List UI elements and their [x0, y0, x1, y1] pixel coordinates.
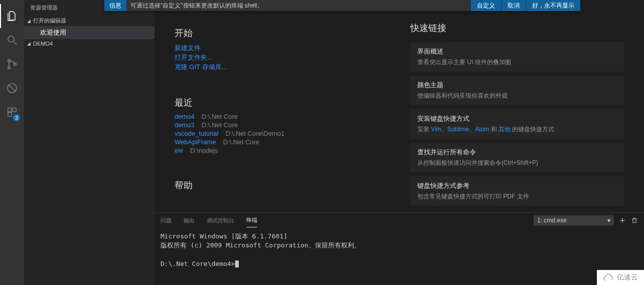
- panel-tabs: 问题 输出 调试控制台 终端 1: cmd.exe▾: [154, 213, 644, 228]
- activity-search[interactable]: [0, 28, 24, 52]
- svg-rect-8: [13, 108, 16, 112]
- folder-name-label: DEMO4: [33, 41, 53, 47]
- link-clone-git[interactable]: 克隆 GIT 存储库...: [175, 63, 227, 72]
- activity-extensions[interactable]: 3: [0, 100, 24, 124]
- svg-point-4: [14, 63, 17, 66]
- svg-rect-9: [8, 113, 12, 116]
- tab-problems[interactable]: 问题: [160, 214, 172, 227]
- notification-bar: 信息 可通过选择"自定义"按钮来更改默认的终端 shell。 自定义 取消 好，…: [104, 0, 580, 11]
- git-icon: [6, 58, 18, 70]
- card-command-palette[interactable]: 查找并运行所有命令 从控制面板快速访问并搜索命令(Ctrl+Shift+P): [410, 143, 624, 172]
- recent-item[interactable]: demo3D:\.Net Core: [175, 121, 410, 129]
- welcome-page: 开始 新建文件 打开文件夹... 克隆 GIT 存储库... 最近 demo4D…: [154, 12, 644, 212]
- bug-icon: [6, 82, 18, 94]
- bottom-panel: 问题 输出 调试控制台 终端 1: cmd.exe▾ Microsoft Win…: [154, 212, 644, 285]
- welcome-left-column: 开始 新建文件 打开文件夹... 克隆 GIT 存储库... 最近 demo4D…: [175, 22, 410, 202]
- quick-links-heading: 快速链接: [410, 22, 624, 34]
- recent-item[interactable]: vscode_tutorialD:\.Net Core\Demo1: [175, 130, 410, 137]
- watermark: 亿速云: [597, 270, 644, 285]
- folder-header[interactable]: ◢ DEMO4: [24, 39, 154, 48]
- chevron-down-icon: ▾: [607, 217, 610, 224]
- sidebar-explorer: 资源管理器 ◢ 打开的编辑器 欢迎使用 ◢ DEMO4: [24, 0, 154, 285]
- kill-terminal-button[interactable]: [631, 217, 638, 224]
- extensions-badge: 3: [13, 114, 20, 121]
- notification-badge: 信息: [104, 0, 126, 11]
- open-editor-welcome[interactable]: 欢迎使用: [24, 26, 154, 39]
- activity-debug[interactable]: [0, 76, 24, 100]
- tab-debug-console[interactable]: 调试控制台: [207, 214, 234, 227]
- chevron-down-icon: ◢: [27, 19, 33, 24]
- svg-line-1: [14, 42, 17, 45]
- card-color-theme[interactable]: 颜色主题 使编辑器和代码呈现你喜欢的外观: [410, 76, 624, 105]
- trash-icon: [631, 217, 638, 224]
- plus-icon: [619, 217, 626, 224]
- notif-dismiss-button[interactable]: 好，永不再显示: [526, 0, 580, 11]
- terminal-selector[interactable]: 1: cmd.exe▾: [534, 215, 614, 225]
- tab-output[interactable]: 输出: [184, 214, 195, 227]
- notification-actions: 自定义 取消 好，永不再显示: [470, 0, 580, 11]
- card-keymap-extensions[interactable]: 安装键盘快捷方式 安装 Vim、Sublime、Atom 和 其他 的键盘快捷方…: [410, 109, 624, 139]
- svg-point-3: [8, 67, 11, 69]
- open-editors-header[interactable]: ◢ 打开的编辑器: [24, 16, 154, 26]
- activity-source-control[interactable]: [0, 52, 24, 76]
- svg-rect-7: [8, 108, 12, 112]
- help-heading: 帮助: [175, 179, 410, 191]
- svg-point-2: [8, 60, 11, 62]
- recent-item[interactable]: WebApiFrameD:\.Net Core: [175, 138, 410, 146]
- search-icon: [6, 34, 18, 46]
- files-icon: [6, 10, 18, 22]
- card-keyboard-reference[interactable]: 键盘快捷方式参考 包含常见键盘快捷方式的可打印 PDF 文件: [410, 176, 624, 206]
- notification-text: 可通过选择"自定义"按钮来更改默认的终端 shell。: [126, 2, 263, 10]
- recent-item[interactable]: demo4D:\.Net Core: [175, 113, 410, 120]
- welcome-right-column: 快速链接 界面概述 查看突出显示主要 UI 组件的叠加图 颜色主题 使编辑器和代…: [410, 22, 624, 202]
- new-terminal-button[interactable]: [619, 217, 626, 224]
- link-open-folder[interactable]: 打开文件夹...: [175, 53, 213, 62]
- chevron-down-icon: ◢: [27, 41, 33, 46]
- notif-cancel-button[interactable]: 取消: [502, 0, 526, 11]
- terminal-output[interactable]: Microsoft Windows [版本 6.1.7601] 版权所有 (c)…: [154, 228, 644, 272]
- svg-point-0: [8, 36, 14, 42]
- card-interface-overview[interactable]: 界面概述 查看突出显示主要 UI 组件的叠加图: [410, 42, 624, 72]
- activity-bar: 3: [0, 0, 24, 285]
- start-heading: 开始: [175, 27, 410, 39]
- tab-terminal[interactable]: 终端: [246, 213, 257, 227]
- activity-explorer[interactable]: [0, 4, 24, 28]
- svg-line-6: [9, 85, 16, 92]
- open-editors-label: 打开的编辑器: [33, 17, 66, 25]
- cloud-icon: [603, 273, 614, 281]
- terminal-cursor: [235, 260, 239, 267]
- recent-item[interactable]: eleD:\nodejs: [175, 147, 410, 154]
- recent-heading: 最近: [175, 97, 410, 109]
- link-new-file[interactable]: 新建文件: [175, 44, 201, 53]
- notif-customize-button[interactable]: 自定义: [471, 0, 501, 11]
